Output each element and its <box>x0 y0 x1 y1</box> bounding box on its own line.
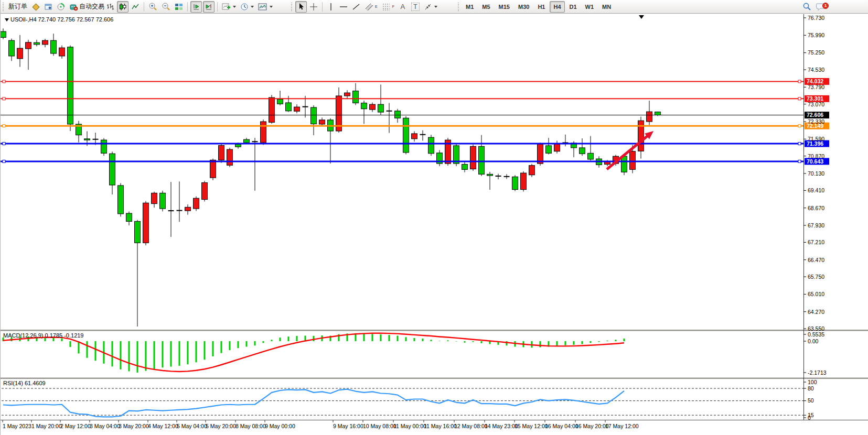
svg-text:76.730: 76.730 <box>808 15 824 21</box>
horizontal-line-object[interactable]: 72.149 <box>1 123 829 129</box>
zoom-in-button[interactable] <box>147 1 159 13</box>
market-watch-button[interactable] <box>30 1 41 13</box>
arrows-tool-button[interactable] <box>422 1 439 13</box>
svg-text:68.670: 68.670 <box>808 205 824 211</box>
fibonacci-icon <box>382 3 391 11</box>
svg-text:70.130: 70.130 <box>808 170 824 177</box>
chevron-down-icon <box>233 6 236 8</box>
cursor-tool-button[interactable] <box>295 1 307 13</box>
svg-text:15 May 12:00: 15 May 12:00 <box>515 423 548 429</box>
template-button[interactable] <box>256 1 274 13</box>
text-tool-button[interactable]: A <box>397 1 409 13</box>
timeframe-m1-button[interactable]: M1 <box>462 1 477 13</box>
navigator-button[interactable] <box>55 1 67 13</box>
crosshair-icon <box>309 3 318 11</box>
price-axis: 76.73075.99075.25074.53073.79073.07072.3… <box>803 15 824 332</box>
cursor-icon <box>297 3 305 10</box>
svg-text:-2.1713: -2.1713 <box>808 369 827 376</box>
svg-text:50: 50 <box>808 397 814 404</box>
svg-text:67.930: 67.930 <box>808 222 824 229</box>
trendline-icon <box>352 3 360 11</box>
svg-text:0.00: 0.00 <box>808 338 819 344</box>
new-chart-button[interactable] <box>220 1 238 13</box>
data-window-button[interactable] <box>42 1 54 13</box>
fibonacci-tool-button[interactable]: F <box>380 1 396 13</box>
auto-trading-label: 自动交易 <box>79 2 104 11</box>
timeframe-d1-button[interactable]: D1 <box>566 1 581 13</box>
svg-text:2 May 12:00: 2 May 12:00 <box>60 423 91 429</box>
current-price-line[interactable]: 72.606 <box>1 112 829 118</box>
tile-windows-button[interactable] <box>173 1 185 13</box>
toolbar-grip[interactable] <box>2 3 4 11</box>
arrows-icon <box>424 3 432 11</box>
macd-indicator[interactable] <box>3 333 624 373</box>
candlestick-series[interactable] <box>1 28 661 327</box>
zoom-out-button[interactable] <box>160 1 172 13</box>
timeframe-label: M15 <box>497 4 512 10</box>
rsi-label: RSI(14) 61.4609 <box>3 380 46 386</box>
channel-tool-label: E <box>375 5 378 8</box>
tile-windows-icon <box>175 3 183 11</box>
channel-tool-button[interactable]: E <box>363 1 379 13</box>
macd-signal-line <box>3 333 624 372</box>
svg-text:100: 100 <box>808 379 817 385</box>
timeframe-m15-button[interactable]: M15 <box>495 1 513 13</box>
toolbar-grip[interactable] <box>291 3 293 11</box>
candlestick-chart-type-button[interactable] <box>117 1 128 13</box>
text-tool-label: A <box>401 3 405 10</box>
rsi-line <box>3 389 624 417</box>
svg-text:16 May 04:00: 16 May 04:00 <box>545 423 578 429</box>
usoil-h4-chart[interactable]: 74.03273.30172.60672.14971.39670.64376.7… <box>1 14 868 435</box>
line-chart-type-button[interactable] <box>130 1 141 13</box>
data-window-icon <box>44 3 52 11</box>
svg-text:12 May 08:00: 12 May 08:00 <box>454 423 488 429</box>
chart-collapse-icon[interactable] <box>5 18 9 21</box>
svg-text:1 May 2023: 1 May 2023 <box>3 423 31 429</box>
horizontal-line-object[interactable]: 74.032 <box>1 78 829 85</box>
svg-text:67.210: 67.210 <box>808 239 824 245</box>
search-button[interactable] <box>801 1 813 13</box>
auto-scroll-icon <box>192 3 200 11</box>
new-chart-icon <box>222 3 231 11</box>
svg-text:4 May 12:00: 4 May 12:00 <box>148 423 178 429</box>
rsi-indicator[interactable] <box>2 388 803 417</box>
rsi-axis: 1008050150 <box>803 379 817 421</box>
timeframe-label: D1 <box>567 4 579 10</box>
timeframe-h1-button[interactable]: H1 <box>534 1 549 13</box>
new-order-button[interactable]: 新订单 <box>7 1 29 13</box>
bar-marker-icon[interactable] <box>639 15 644 19</box>
horizontal-line-tool-button[interactable] <box>338 1 349 13</box>
crosshair-tool-button[interactable] <box>308 1 319 13</box>
svg-text:17 May 12:00: 17 May 12:00 <box>605 423 639 429</box>
svg-text:74.530: 74.530 <box>808 67 824 73</box>
svg-text:14 May 23:00: 14 May 23:00 <box>485 423 518 429</box>
timeframe-label: M5 <box>480 4 492 10</box>
horizontal-line-object[interactable]: 73.301 <box>1 95 829 102</box>
pane-splitter[interactable] <box>1 378 868 379</box>
vertical-line-tool-button[interactable] <box>325 1 337 13</box>
timeframe-w1-button[interactable]: W1 <box>582 1 598 13</box>
timeframe-mn-button[interactable]: MN <box>598 1 615 13</box>
timeframe-m30-button[interactable]: M30 <box>515 1 533 13</box>
toolbar-grip[interactable] <box>457 3 459 11</box>
pane-splitter[interactable] <box>1 330 868 331</box>
horizontal-line-object[interactable]: 70.643 <box>1 158 829 165</box>
text-label-tool-button[interactable]: T <box>410 1 421 13</box>
timeframe-h4-button[interactable]: H4 <box>550 1 564 13</box>
horizontal-line-object[interactable]: 71.396 <box>1 140 829 147</box>
timeframe-m5-button[interactable]: M5 <box>478 1 494 13</box>
svg-text:75.990: 75.990 <box>808 32 824 38</box>
fibo-tool-label: F <box>392 5 394 8</box>
auto-trading-button[interactable]: 自动交易 <box>68 1 106 13</box>
trendline-tool-button[interactable] <box>350 1 362 13</box>
timeframe-label: M30 <box>516 4 531 10</box>
chevron-down-icon <box>434 6 437 8</box>
label-tool-label: T <box>411 3 419 11</box>
terminal-window: 新订单 自动交易 <box>0 0 868 435</box>
horizontal-line-icon <box>339 4 348 9</box>
auto-scroll-button[interactable] <box>190 1 202 13</box>
notifications-button[interactable]: 1 <box>814 1 827 13</box>
chart-shift-button[interactable] <box>203 1 215 13</box>
bar-chart-type-button[interactable] <box>104 1 116 13</box>
period-button[interactable] <box>239 1 255 13</box>
